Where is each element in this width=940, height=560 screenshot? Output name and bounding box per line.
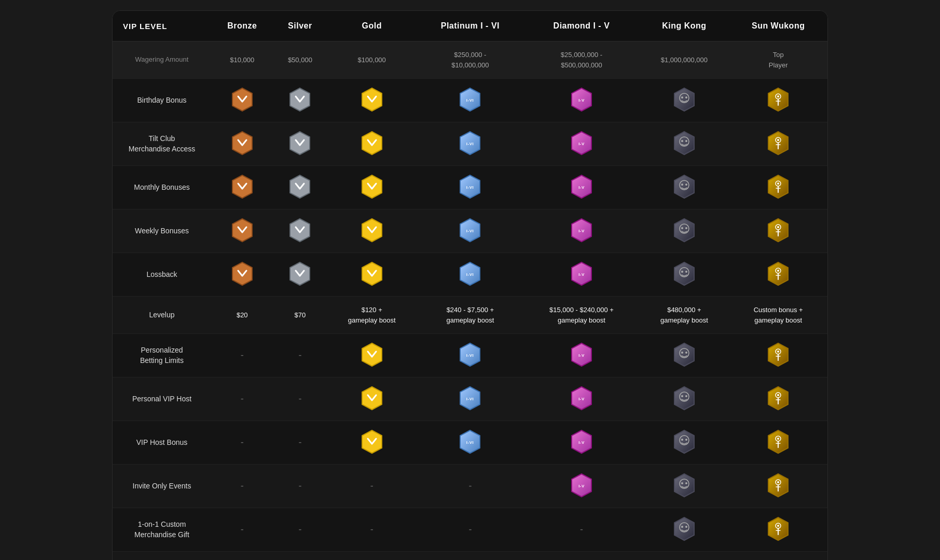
cell-dash: - <box>580 524 583 535</box>
row-label-bonus_credit: $1,000 per daybonus credit <box>113 552 211 561</box>
cell-dash: - <box>241 394 244 404</box>
cell-betting_limits-0: - <box>211 334 273 377</box>
svg-point-139 <box>777 525 779 527</box>
vip-comparison-table: VIP LEVEL Bronze Silver Gold Platinum I … <box>113 11 827 560</box>
sunwukong-header: Sun Wukong <box>729 11 827 41</box>
cell-wagering-2: $100,000 <box>327 41 417 79</box>
row-label-invite_only: Invite Only Events <box>113 465 211 508</box>
svg-text:I-V: I-V <box>578 484 585 488</box>
diamond-badge: I-V <box>571 261 592 286</box>
row-label-betting_limits: PersonalizedBetting Limits <box>113 334 211 377</box>
cell-text: Custom bonus +gameplay boost <box>754 305 803 325</box>
svg-point-25 <box>681 140 683 142</box>
cell-levelup-1: $70 <box>273 297 327 334</box>
svg-point-87 <box>681 352 683 354</box>
gold-badge <box>361 386 383 411</box>
svg-marker-71 <box>674 262 694 285</box>
cell-dash: - <box>298 394 301 404</box>
svg-marker-133 <box>674 517 694 540</box>
svg-marker-124 <box>674 474 694 497</box>
cell-text: $10,000 <box>230 55 254 65</box>
cell-dash: - <box>370 524 374 535</box>
cell-text: $70 <box>295 310 306 320</box>
svg-marker-65 <box>290 262 310 285</box>
cell-tiltclub-2 <box>327 122 417 166</box>
bronze-badge <box>231 87 253 112</box>
cell-vip_host-1: - <box>273 377 327 421</box>
svg-marker-94 <box>362 387 382 410</box>
cell-tiltclub-5 <box>639 122 729 166</box>
diamond-badge: I-V <box>571 87 592 112</box>
cell-dash: - <box>298 437 301 447</box>
svg-marker-32 <box>232 175 252 198</box>
cell-vip_host-3: I-VI <box>417 377 523 421</box>
cell-levelup-5: $480,000 +gameplay boost <box>639 297 729 334</box>
svg-marker-48 <box>232 219 252 242</box>
svg-marker-85 <box>674 343 694 366</box>
svg-text:I-V: I-V <box>578 397 585 401</box>
sunwukong-badge <box>767 516 789 541</box>
cell-wagering-0: $10,000 <box>211 41 273 79</box>
bronze-header: Bronze <box>211 11 273 41</box>
cell-betting_limits-2 <box>327 334 417 377</box>
cell-birthday-4: I-V <box>524 79 640 122</box>
bronze-badge <box>231 261 253 286</box>
sunwukong-badge <box>767 218 789 243</box>
diamond-badge: I-V <box>571 218 592 243</box>
svg-point-102 <box>685 395 687 397</box>
gold-badge <box>361 342 383 367</box>
cell-bonus_credit-0: - <box>211 552 273 561</box>
cell-vip_host_bonus-4: I-V <box>524 421 640 465</box>
cell-weekly-6 <box>729 209 827 253</box>
kingkong-badge <box>673 174 695 199</box>
svg-marker-18 <box>362 132 382 155</box>
table-row-lossback: Lossback I-VI <box>113 253 827 297</box>
svg-point-29 <box>777 139 779 141</box>
cell-bonus_credit-4: - <box>524 552 640 561</box>
silver-header: Silver <box>273 11 327 41</box>
svg-point-101 <box>681 395 683 397</box>
svg-point-9 <box>681 96 683 99</box>
silver-badge <box>289 131 311 156</box>
cell-weekly-0 <box>211 209 273 253</box>
cell-monthly-3: I-VI <box>417 166 523 209</box>
cell-dash: - <box>241 524 244 535</box>
table-row-wagering: Wagering Amount$10,000$50,000$100,000$25… <box>113 41 827 79</box>
svg-point-57 <box>681 227 683 229</box>
cell-monthly-6 <box>729 166 827 209</box>
cell-invite_only-2: - <box>327 465 417 508</box>
cell-wagering-1: $50,000 <box>273 41 327 79</box>
table-row-monthly: Monthly Bonuses I-VI <box>113 166 827 209</box>
cell-text: $100,000 <box>358 55 386 65</box>
svg-text:I-V: I-V <box>578 272 585 277</box>
cell-text: $120 +gameplay boost <box>348 305 396 325</box>
table-row-tiltclub: Tilt ClubMerchandise Access I-VI <box>113 122 827 166</box>
bronze-badge <box>231 174 253 199</box>
table-row-bonus_credit: $1,000 per daybonus credit------ <box>113 552 827 561</box>
sunwukong-badge <box>767 386 789 411</box>
cell-wagering-4: $25,000,000 -$500,000,000 <box>524 41 640 79</box>
cell-lossback-4: I-V <box>524 253 640 297</box>
diamond-badge: I-V <box>571 174 592 199</box>
cell-invite_only-5 <box>639 465 729 508</box>
svg-point-41 <box>681 184 683 186</box>
cell-vip_host-6 <box>729 377 827 421</box>
platinum-badge: I-VI <box>459 342 481 367</box>
vip-level-header: VIP LEVEL <box>113 11 211 41</box>
svg-marker-2 <box>362 88 382 111</box>
row-label-vip_host_bonus: VIP Host Bonus <box>113 421 211 465</box>
row-label-birthday: Birthday Bonus <box>113 79 211 122</box>
svg-point-130 <box>777 481 779 483</box>
cell-lossback-3: I-VI <box>417 253 523 297</box>
svg-marker-99 <box>674 387 694 410</box>
platinum-badge: I-VI <box>459 87 481 112</box>
svg-point-105 <box>777 394 779 396</box>
sunwukong-badge <box>767 342 789 367</box>
svg-point-91 <box>777 351 779 353</box>
svg-point-115 <box>681 439 683 441</box>
cell-custom_merch-1: - <box>273 508 327 552</box>
cell-invite_only-4: I-V <box>524 465 640 508</box>
cell-monthly-0 <box>211 166 273 209</box>
kingkong-badge <box>673 131 695 156</box>
svg-point-116 <box>685 439 687 441</box>
